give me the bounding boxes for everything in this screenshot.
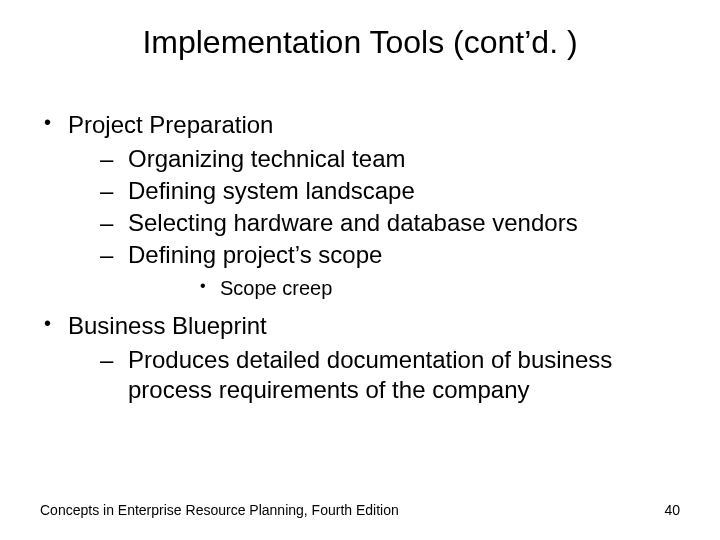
list-item: Produces detailed documentation of busin…	[68, 345, 680, 405]
bullet-text: Selecting hardware and database vendors	[128, 209, 578, 236]
bullet-list-level2: Organizing technical team Defining syste…	[68, 144, 680, 301]
slide: Implementation Tools (cont’d. ) Project …	[0, 0, 720, 540]
bullet-label: Business Blueprint	[68, 312, 267, 339]
footer-source: Concepts in Enterprise Resource Planning…	[40, 502, 399, 518]
page-number: 40	[664, 502, 680, 518]
list-item: Defining system landscape	[68, 176, 680, 206]
list-item: Scope creep	[128, 276, 680, 301]
list-item: Defining project’s scope Scope creep	[68, 240, 680, 301]
list-item: Selecting hardware and database vendors	[68, 208, 680, 238]
slide-body: Project Preparation Organizing technical…	[40, 110, 680, 411]
bullet-list-level3: Scope creep	[128, 276, 680, 301]
bullet-text: Defining project’s scope	[128, 241, 382, 268]
list-item: Organizing technical team	[68, 144, 680, 174]
bullet-list-level2: Produces detailed documentation of busin…	[68, 345, 680, 405]
bullet-text: Scope creep	[220, 277, 332, 299]
bullet-text: Produces detailed documentation of busin…	[128, 346, 612, 403]
bullet-list-level1: Project Preparation Organizing technical…	[40, 110, 680, 405]
bullet-text: Organizing technical team	[128, 145, 405, 172]
list-item: Business Blueprint Produces detailed doc…	[40, 311, 680, 405]
bullet-text: Defining system landscape	[128, 177, 415, 204]
bullet-label: Project Preparation	[68, 111, 273, 138]
list-item: Project Preparation Organizing technical…	[40, 110, 680, 301]
slide-title: Implementation Tools (cont’d. )	[0, 24, 720, 61]
